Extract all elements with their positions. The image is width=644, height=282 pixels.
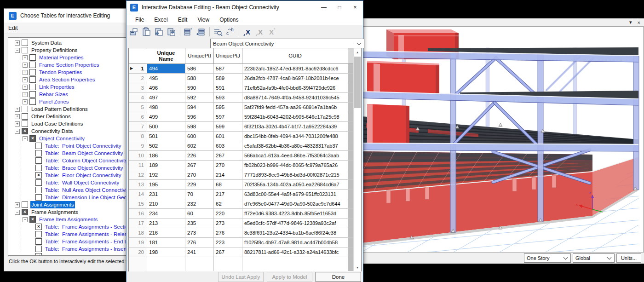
view-menu-icon[interactable]: ▾: [629, 19, 632, 25]
cell-unique_name[interactable]: 496: [147, 83, 185, 93]
row-header-cell[interactable]: 3: [129, 83, 147, 93]
cell-pt_j[interactable]: 217: [214, 190, 242, 199]
cell-unique_name[interactable]: 186: [147, 151, 185, 161]
cell-unique_name[interactable]: 213: [147, 219, 185, 228]
model-3d-viewport[interactable]: z x: [363, 26, 644, 253]
cell-pt_j[interactable]: 593: [214, 93, 242, 103]
checkbox-unchecked-icon[interactable]: [22, 40, 28, 46]
done-button[interactable]: Done: [316, 272, 361, 282]
cell-pt_j[interactable]: 276: [214, 228, 242, 238]
row-header-cell[interactable]: 16: [129, 209, 147, 219]
cell-unique_name[interactable]: 234: [147, 209, 185, 219]
row-header-cell[interactable]: 6: [129, 112, 147, 122]
tree-item[interactable]: +System Data: [8, 39, 133, 46]
tree-item[interactable]: +Load Case Definitions: [8, 120, 133, 127]
expand-icon[interactable]: +: [15, 121, 20, 127]
cell-guid[interactable]: fb02b023-b996-44dc-8065-fc979a765a26: [242, 161, 348, 170]
table-row[interactable]: 11189267270fb02b023-b996-44dc-8065-fc979…: [129, 161, 361, 170]
cell-pt_j[interactable]: 587: [214, 64, 242, 74]
cell-unique_name[interactable]: 502: [147, 141, 185, 151]
cell-pt_j[interactable]: 603: [214, 141, 242, 151]
table-row[interactable]: 17213235273e5ed0cfc-57df-477d-9846-12389…: [129, 219, 361, 228]
cell-unique_name[interactable]: 198: [147, 247, 185, 257]
table-row[interactable]: 8501600601dbc154bb-0feb-4094-a344-703120…: [129, 132, 361, 141]
menu-item-file[interactable]: File: [130, 17, 149, 23]
tree-item[interactable]: −×Frame Item Assignments: [8, 216, 133, 223]
collapse-icon[interactable]: −: [15, 48, 20, 53]
cell-pt_i[interactable]: 273: [185, 228, 214, 238]
checkbox-unchecked-icon[interactable]: [35, 150, 42, 156]
maximize-button[interactable]: □: [332, 1, 347, 14]
table-row[interactable]: 19181276223f1025f8c-4b97-47a8-981d-ac447…: [129, 238, 361, 247]
find-icon[interactable]: [213, 27, 224, 37]
cell-pt_i[interactable]: 267: [185, 161, 214, 170]
table-row[interactable]: 349659059171efb52a-fa9b-4fe0-bbd6-39f472…: [129, 83, 361, 93]
dialog-titlebar[interactable]: E Interactive Database Editing - Beam Ob…: [126, 1, 363, 14]
cell-pt_j[interactable]: 220: [214, 209, 242, 219]
choose-tables-titlebar[interactable]: E Choose Tables for Interactive Editing: [4, 9, 133, 23]
column-header-pt-j[interactable]: UniquePtJ: [214, 48, 242, 64]
tree-item[interactable]: −×Connectivity Data: [8, 127, 133, 135]
checkbox-unchecked-icon[interactable]: [35, 143, 42, 149]
menu-item-edit[interactable]: Edit: [173, 17, 193, 23]
checkbox-unchecked-icon[interactable]: [22, 47, 28, 53]
column-header-unique-name[interactable]: Unique Name: [147, 48, 185, 64]
cell-pt_j[interactable]: 599: [214, 122, 242, 132]
cell-pt_i[interactable]: 598: [185, 122, 214, 132]
cell-pt_j[interactable]: 601: [214, 132, 242, 141]
cell-pt_i[interactable]: 235: [185, 219, 214, 228]
cell-unique_name[interactable]: 216: [147, 228, 185, 238]
cell-pt_i[interactable]: 602: [185, 141, 214, 151]
cell-pt_j[interactable]: 273: [214, 219, 242, 228]
cell-unique_name[interactable]: 189: [147, 161, 185, 170]
tree-item[interactable]: Table: Brace Object Connectivity: [8, 164, 133, 172]
cell-guid[interactable]: d7c965e0-0477-49d0-9a90-502ac9c7d644: [242, 199, 348, 209]
row-header-cell[interactable]: 5: [129, 103, 147, 112]
tree-item[interactable]: +Frame Section Properties: [8, 61, 133, 69]
cell-unique_name[interactable]: 192: [147, 170, 185, 180]
cell-pt_i[interactable]: 70: [185, 190, 214, 199]
minimize-button[interactable]: —: [316, 1, 332, 14]
checkbox-unchecked-icon[interactable]: [35, 179, 42, 186]
cell-pt_i[interactable]: 276: [185, 238, 214, 247]
tree-item[interactable]: ×Table: Floor Object Connectivity: [8, 172, 133, 179]
cell-guid[interactable]: f1025f8c-4b97-47a8-981d-ac447b004b58: [242, 238, 348, 247]
expand-icon[interactable]: +: [23, 92, 28, 97]
vertical-scrollbar[interactable]: ▴ ▾: [353, 48, 361, 271]
cell-unique_name[interactable]: 195: [147, 180, 185, 190]
tree-item[interactable]: −×Frame Assignments: [8, 208, 133, 216]
cell-guid[interactable]: c5afaf38-62bb-4b36-a80e-48328317ab37: [242, 141, 348, 151]
row-header-cell[interactable]: 20: [129, 247, 147, 257]
row-header-cell[interactable]: 12: [129, 170, 147, 180]
cell-pt_i[interactable]: 588: [185, 74, 214, 83]
cell-unique_name[interactable]: 495: [147, 74, 185, 83]
menu-item-options[interactable]: Options: [214, 17, 243, 23]
checkbox-unchecked-icon[interactable]: [35, 194, 42, 201]
insert-rows-icon[interactable]: *: [183, 27, 194, 37]
tree-item[interactable]: ×: [8, 253, 133, 256]
paste-icon[interactable]: [141, 27, 152, 37]
units-button[interactable]: Units...: [616, 253, 641, 263]
table-row[interactable]: 1623460220ff72e0d6-9383-4223-8dbb-85fb5e…: [129, 209, 361, 219]
checkbox-unchecked-icon[interactable]: [35, 246, 42, 252]
cell-pt_i[interactable]: 60: [185, 209, 214, 219]
checkbox-mixed-icon[interactable]: ×: [22, 209, 28, 215]
checkbox-unchecked-icon[interactable]: [35, 238, 42, 245]
cell-pt_j[interactable]: 214: [214, 170, 242, 180]
cell-pt_i[interactable]: 590: [185, 83, 214, 93]
row-header-cell[interactable]: 4: [129, 93, 147, 103]
expand-icon[interactable]: +: [15, 202, 20, 207]
checkbox-mixed-icon[interactable]: ×: [29, 216, 36, 223]
cell-guid[interactable]: 88217811-ad66-42c1-a332-a24a14633bfc: [242, 247, 348, 257]
cell-unique_name[interactable]: 500: [147, 122, 185, 132]
cell-unique_name[interactable]: 231: [147, 190, 185, 199]
copy-table-icon[interactable]: [129, 27, 140, 37]
undo-delete-x-icon[interactable]: X: [254, 27, 265, 37]
cell-pt_i[interactable]: 600: [185, 132, 214, 141]
checkbox-unchecked-icon[interactable]: [22, 106, 28, 112]
table-selector-combobox[interactable]: Beam Object Connectivity: [210, 39, 364, 48]
apply-to-model-button[interactable]: Apply to Model: [267, 272, 312, 282]
collapse-icon[interactable]: −: [23, 217, 28, 222]
tree-item[interactable]: +Other Definitions: [8, 113, 133, 120]
undo-last-apply-button[interactable]: Undo Last Apply: [218, 272, 264, 282]
